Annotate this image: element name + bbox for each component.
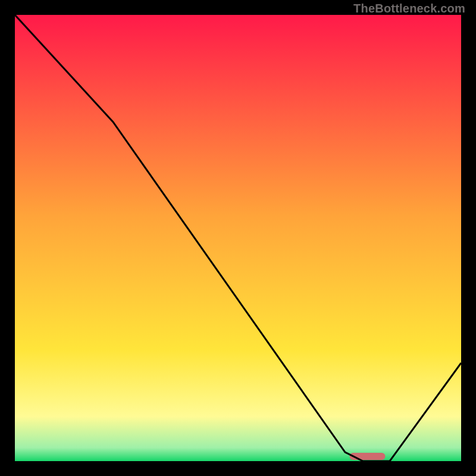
chart-container: TheBottleneck.com	[0, 0, 476, 476]
plot-area	[15, 15, 461, 461]
bottleneck-chart	[15, 15, 461, 461]
watermark-label: TheBottleneck.com	[353, 2, 465, 14]
gradient-background	[15, 15, 461, 461]
